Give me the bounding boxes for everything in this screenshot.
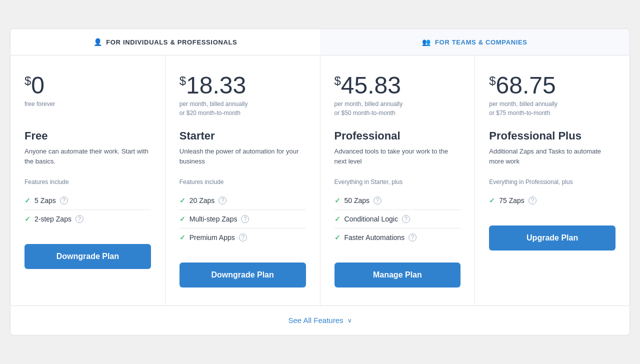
plan-desc-free: Anyone can automate their work. Start wi… [24, 146, 151, 170]
feature-text-free-0: 5 Zaps [34, 196, 56, 204]
check-icon-starter-1: ✓ [180, 215, 186, 223]
feature-text-free-1: 2-step Zaps [34, 215, 72, 223]
check-icon-professional-plus-0: ✓ [489, 196, 495, 204]
tab-teams[interactable]: 👥FOR TEAMS & COMPANIES [320, 29, 630, 55]
feature-item-professional-plus-0: ✓75 Zaps? [489, 192, 616, 210]
plan-name-professional-plus: Professional Plus [489, 130, 616, 142]
plan-name-free: Free [24, 130, 151, 142]
feature-item-professional-2: ✓Faster Automations? [334, 228, 461, 246]
check-icon-starter-2: ✓ [180, 234, 186, 242]
tab-icon-teams: 👥 [422, 38, 431, 46]
help-icon-free-1[interactable]: ? [76, 215, 84, 223]
tab-individuals[interactable]: 👤FOR INDIVIDUALS & PROFESSIONALS [10, 29, 320, 55]
plan-price-professional: $45.83 [334, 74, 461, 98]
help-icon-professional-1[interactable]: ? [402, 215, 410, 223]
see-features-label: See All Features [288, 316, 343, 324]
plan-price-sub-professional-plus: per month, billed annuallyor $75 month-t… [489, 100, 616, 118]
plan-features-label-free: Features include [24, 178, 151, 186]
check-icon-starter-0: ✓ [180, 196, 186, 204]
help-icon-professional-plus-0[interactable]: ? [528, 196, 536, 204]
feature-item-free-1: ✓2-step Zaps? [24, 210, 151, 228]
plan-price-sub-professional: per month, billed annuallyor $50 month-t… [334, 100, 461, 118]
chevron-down-icon: ∨ [348, 317, 352, 324]
plan-price-sub-starter: per month, billed annuallyor $20 month-t… [180, 100, 306, 118]
plan-desc-professional: Advanced tools to take your work to the … [334, 146, 461, 170]
plan-starter: $18.33per month, billed annuallyor $20 m… [166, 56, 320, 306]
feature-item-free-0: ✓5 Zaps? [24, 192, 151, 210]
plan-desc-professional-plus: Additional Zaps and Tasks to automate mo… [489, 146, 616, 170]
feature-item-professional-1: ✓Conditional Logic? [334, 210, 461, 228]
pricing-container: 👤FOR INDIVIDUALS & PROFESSIONALS👥FOR TEA… [10, 28, 630, 336]
plan-professional: $45.83per month, billed annuallyor $50 m… [320, 56, 476, 306]
plan-name-professional: Professional [334, 130, 461, 142]
plan-button-free[interactable]: Downgrade Plan [24, 244, 151, 269]
check-icon-free-1: ✓ [24, 215, 30, 223]
check-icon-professional-1: ✓ [334, 215, 340, 223]
feature-item-starter-1: ✓Multi-step Zaps? [180, 210, 306, 228]
tab-label-teams: FOR TEAMS & COMPANIES [435, 38, 528, 46]
tab-icon-individuals: 👤 [94, 38, 102, 46]
feature-item-starter-2: ✓Premium Apps? [180, 228, 306, 246]
plan-features-label-professional: Everything in Starter, plus [334, 178, 461, 186]
plan-price-starter: $18.33 [180, 74, 306, 98]
feature-text-starter-2: Premium Apps [190, 234, 235, 242]
help-icon-professional-2[interactable]: ? [408, 234, 416, 242]
plan-desc-starter: Unleash the power of automation for your… [180, 146, 306, 170]
plan-price-free: $0 [24, 74, 151, 98]
feature-text-professional-plus-0: 75 Zaps [499, 196, 524, 204]
feature-text-professional-2: Faster Automations [344, 234, 405, 242]
plan-button-starter[interactable]: Downgrade Plan [180, 262, 306, 288]
help-icon-starter-2[interactable]: ? [239, 234, 247, 242]
feature-item-professional-0: ✓50 Zaps? [334, 192, 461, 210]
plan-features-label-starter: Features include [180, 178, 306, 186]
plan-price-row-professional: $45.83per month, billed annuallyor $50 m… [334, 74, 461, 118]
plans-grid: $0free foreverFreeAnyone can automate th… [10, 56, 630, 306]
help-icon-starter-0[interactable]: ? [218, 196, 226, 204]
help-icon-starter-1[interactable]: ? [241, 215, 249, 223]
plan-price-professional-plus: $68.75 [489, 74, 616, 98]
tab-label-individuals: FOR INDIVIDUALS & PROFESSIONALS [106, 38, 237, 46]
plan-price-row-free: $0free forever [24, 74, 151, 118]
feature-text-starter-1: Multi-step Zaps [190, 215, 238, 223]
check-icon-professional-2: ✓ [334, 234, 340, 242]
help-icon-free-0[interactable]: ? [60, 196, 68, 204]
plan-price-row-starter: $18.33per month, billed annuallyor $20 m… [180, 74, 306, 118]
feature-text-professional-1: Conditional Logic [344, 215, 398, 223]
plan-button-professional-plus[interactable]: Upgrade Plan [489, 226, 616, 250]
check-icon-professional-0: ✓ [334, 196, 340, 204]
feature-item-starter-0: ✓20 Zaps? [180, 192, 306, 210]
see-features-link[interactable]: See All Features ∨ [288, 316, 352, 324]
plan-price-row-professional-plus: $68.75per month, billed annuallyor $75 m… [489, 74, 616, 118]
pricing-footer: See All Features ∨ [10, 306, 630, 335]
tabs-bar: 👤FOR INDIVIDUALS & PROFESSIONALS👥FOR TEA… [10, 29, 630, 56]
plan-name-starter: Starter [180, 130, 306, 142]
plan-price-sub-free: free forever [24, 100, 151, 118]
check-icon-free-0: ✓ [24, 196, 30, 204]
plan-features-label-professional-plus: Everything in Professional, plus [489, 178, 616, 186]
plan-free: $0free foreverFreeAnyone can automate th… [10, 56, 166, 306]
feature-text-starter-0: 20 Zaps [190, 196, 215, 204]
plan-professional-plus: $68.75per month, billed annuallyor $75 m… [475, 56, 630, 306]
plan-button-professional[interactable]: Manage Plan [334, 262, 461, 288]
help-icon-professional-0[interactable]: ? [374, 196, 382, 204]
feature-text-professional-0: 50 Zaps [344, 196, 370, 204]
